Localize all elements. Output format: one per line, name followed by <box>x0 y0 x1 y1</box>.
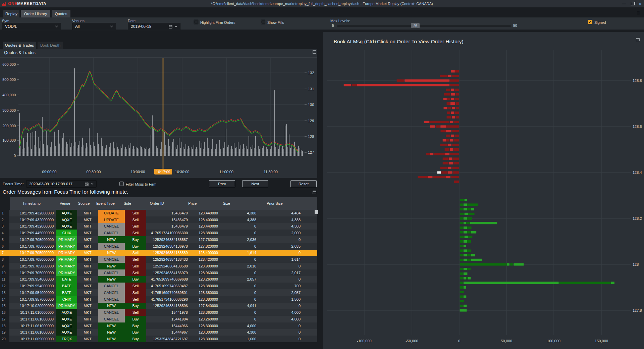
sell-order-segment[interactable] <box>448 75 451 77</box>
sell-order-segment[interactable] <box>429 121 449 123</box>
buy-order-segment[interactable] <box>460 305 463 307</box>
sell-order-segment[interactable] <box>437 171 441 174</box>
buy-order-segment[interactable] <box>464 203 467 206</box>
col-header[interactable]: Order ID <box>137 197 179 210</box>
sell-order-segment[interactable] <box>440 75 448 77</box>
buy-order-segment[interactable] <box>507 263 509 266</box>
sell-order-segment[interactable] <box>452 130 459 132</box>
table-row[interactable]: 110:17:09.432000000AQXEMKTUPDATESell1543… <box>0 210 317 216</box>
sell-order-segment[interactable] <box>446 176 450 178</box>
sell-order-segment[interactable] <box>447 98 450 100</box>
restore-button[interactable] <box>629 0 636 7</box>
sell-order-segment[interactable] <box>451 176 459 178</box>
sell-order-segment[interactable] <box>430 126 435 128</box>
sell-order-segment[interactable] <box>455 102 459 105</box>
buy-order-segment[interactable] <box>465 213 468 215</box>
buy-order-segment[interactable] <box>460 227 463 229</box>
sell-order-segment[interactable] <box>447 107 451 109</box>
buy-order-segment[interactable] <box>467 254 471 256</box>
buy-order-segment[interactable] <box>471 259 482 261</box>
sell-order-segment[interactable] <box>418 176 428 178</box>
sell-order-segment[interactable] <box>454 121 459 123</box>
table-row[interactable]: 1510:17:10.020000000PRIMARYMKTNEWBuy1252… <box>0 303 317 309</box>
buy-order-segment[interactable] <box>464 231 467 234</box>
sell-order-segment[interactable] <box>447 116 451 118</box>
sell-order-segment[interactable] <box>454 162 459 164</box>
buy-order-segment[interactable] <box>460 272 463 275</box>
col-header[interactable]: Price <box>179 197 208 210</box>
table-row[interactable]: 1310:17:09.954000000BATEMKTCANCELSell417… <box>0 289 317 296</box>
buy-order-segment[interactable] <box>510 263 513 266</box>
sell-order-segment[interactable] <box>448 167 451 169</box>
buy-order-segment[interactable] <box>460 236 464 238</box>
sell-order-segment[interactable] <box>424 121 429 123</box>
pop-out-icon[interactable] <box>636 38 640 41</box>
sell-order-segment[interactable] <box>451 98 454 100</box>
table-row[interactable]: 1210:17:09.954000000BATEMKTCANCELSell417… <box>0 283 317 289</box>
sell-order-segment[interactable] <box>455 70 459 72</box>
sell-order-segment[interactable] <box>444 107 447 109</box>
buy-order-segment[interactable] <box>464 286 466 289</box>
sell-order-segment[interactable] <box>443 98 447 100</box>
sell-order-segment[interactable] <box>440 144 448 146</box>
date-picker[interactable]: 2019-06-18 <box>128 23 180 30</box>
sell-order-segment[interactable] <box>452 167 459 169</box>
signed-checkbox[interactable]: ✓ <box>588 20 592 24</box>
col-header[interactable]: Venue <box>56 197 74 210</box>
buy-order-segment[interactable] <box>611 282 614 284</box>
buy-order-segment[interactable] <box>464 259 467 261</box>
buy-order-segment[interactable] <box>468 277 471 280</box>
sell-order-segment[interactable] <box>448 144 451 146</box>
buy-order-segment[interactable] <box>460 286 463 289</box>
focus-time-input[interactable]: 2020-03-09 10:17:09.017 <box>26 180 97 188</box>
sell-order-segment[interactable] <box>405 80 449 82</box>
buy-order-segment[interactable] <box>460 254 463 256</box>
sell-order-segment[interactable] <box>433 176 446 178</box>
buy-order-segment[interactable] <box>460 309 467 312</box>
tab-order-history[interactable]: Order History <box>21 10 50 17</box>
table-row[interactable]: 810:17:09.705000000PRIMARYMKTCANCELSell1… <box>0 256 317 263</box>
buy-order-segment[interactable] <box>464 295 466 298</box>
sell-order-segment[interactable] <box>452 107 455 109</box>
next-button[interactable]: Next <box>242 180 268 187</box>
sell-order-segment[interactable] <box>450 80 459 82</box>
max-levels-slider-handle[interactable]: 25 <box>411 23 420 28</box>
sym-select[interactable]: VOD/L <box>2 23 61 30</box>
sell-order-segment[interactable] <box>451 89 454 91</box>
buy-order-segment[interactable] <box>559 282 611 284</box>
buy-order-segment[interactable] <box>460 295 463 298</box>
table-row[interactable]: 610:17:09.705000000PRIMARYMKTCANCELBuy12… <box>0 243 317 250</box>
buy-order-segment[interactable] <box>464 282 559 284</box>
sell-order-segment[interactable] <box>449 162 453 164</box>
sell-order-segment[interactable] <box>448 171 452 174</box>
sell-order-segment[interactable] <box>352 84 357 86</box>
show-fills-checkbox[interactable] <box>261 20 265 24</box>
sell-order-segment[interactable] <box>454 181 459 183</box>
buy-order-segment[interactable] <box>465 236 468 238</box>
buy-order-segment[interactable] <box>464 277 466 280</box>
buy-order-segment[interactable] <box>465 199 467 201</box>
sell-order-segment[interactable] <box>428 176 433 178</box>
sell-order-segment[interactable] <box>357 84 449 86</box>
buy-order-segment[interactable] <box>464 272 467 275</box>
table-row[interactable]: 1410:17:09.957000000CHIXMKTCANCELSell417… <box>0 296 317 303</box>
focus-time-badge[interactable]: 10:17:09 <box>154 169 172 174</box>
sell-order-segment[interactable] <box>447 102 450 105</box>
sell-order-segment[interactable] <box>443 162 449 164</box>
buy-order-segment[interactable] <box>466 277 468 280</box>
sell-order-segment[interactable] <box>454 139 459 142</box>
buy-order-segment[interactable] <box>467 240 471 243</box>
menu-icon[interactable]: ≡ <box>637 10 640 16</box>
buy-order-segment[interactable] <box>468 236 472 238</box>
sell-order-segment[interactable] <box>440 167 448 169</box>
buy-order-segment[interactable] <box>460 231 463 234</box>
table-row[interactable]: 1710:17:11.061000000AQXEMKTCANCELBuy1544… <box>0 316 317 322</box>
max-levels-slider[interactable] <box>337 26 511 27</box>
buy-order-segment[interactable] <box>460 277 463 280</box>
reset-button[interactable]: Reset <box>290 180 317 187</box>
sell-order-segment[interactable] <box>455 116 459 118</box>
buy-order-segment[interactable] <box>464 217 467 220</box>
minimize-button[interactable]: — <box>620 0 628 7</box>
sell-order-segment[interactable] <box>450 153 459 155</box>
buy-order-segment[interactable] <box>460 245 463 247</box>
